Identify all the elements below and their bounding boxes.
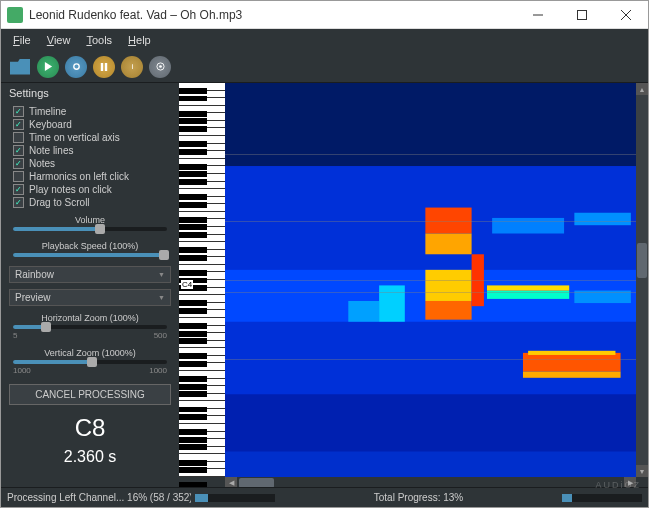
svg-text:i: i xyxy=(131,62,133,71)
black-key[interactable] xyxy=(179,429,207,435)
maximize-button[interactable] xyxy=(560,1,604,29)
scroll-up-button[interactable]: ▲ xyxy=(636,83,648,95)
piano-keyboard[interactable]: C4 xyxy=(179,83,225,477)
svg-point-10 xyxy=(159,65,162,68)
setting-check-notes[interactable]: ✓Notes xyxy=(9,157,171,170)
black-key[interactable] xyxy=(179,96,207,102)
black-key[interactable] xyxy=(179,232,207,238)
black-key[interactable] xyxy=(179,141,207,147)
scroll-left-button[interactable]: ◀ xyxy=(225,477,237,487)
volume-slider[interactable] xyxy=(13,227,167,231)
setting-check-drag-to-scroll[interactable]: ✓Drag to Scroll xyxy=(9,196,171,209)
minimize-button[interactable] xyxy=(516,1,560,29)
vertical-scrollbar[interactable]: ▲ ▼ xyxy=(636,83,648,477)
black-key[interactable] xyxy=(179,111,207,117)
black-key[interactable] xyxy=(179,88,207,94)
pause-button[interactable] xyxy=(93,56,115,78)
spectrogram-view[interactable] xyxy=(225,83,636,477)
black-key[interactable] xyxy=(179,171,207,177)
black-key[interactable] xyxy=(179,482,207,487)
setting-check-keyboard[interactable]: ✓Keyboard xyxy=(9,118,171,131)
horizontal-scrollbar[interactable]: ◀ ▶ xyxy=(225,477,636,487)
left-progress-bar xyxy=(195,494,275,502)
checkbox-icon: ✓ xyxy=(13,145,24,156)
middle-c-label: C4 xyxy=(181,280,193,289)
setting-check-time-on-vertical-axis[interactable]: Time on vertical axis xyxy=(9,131,171,144)
black-key[interactable] xyxy=(179,391,207,397)
black-key[interactable] xyxy=(179,217,207,223)
vzoom-slider[interactable] xyxy=(13,360,167,364)
menu-file[interactable]: File xyxy=(7,32,37,48)
svg-rect-19 xyxy=(425,234,471,255)
current-note-display: C8 xyxy=(9,414,171,442)
black-key[interactable] xyxy=(179,323,207,329)
black-key[interactable] xyxy=(179,361,207,367)
black-key[interactable] xyxy=(179,118,207,124)
black-key[interactable] xyxy=(179,384,207,390)
black-key[interactable] xyxy=(179,224,207,230)
playback-speed-slider[interactable] xyxy=(13,253,167,257)
menu-tools[interactable]: Tools xyxy=(80,32,118,48)
black-key[interactable] xyxy=(179,247,207,253)
cancel-processing-button[interactable]: CANCEL PROCESSING xyxy=(9,384,171,405)
settings-button[interactable] xyxy=(149,56,171,78)
black-key[interactable] xyxy=(179,270,207,276)
tuning-button[interactable]: i xyxy=(121,56,143,78)
black-key[interactable] xyxy=(179,460,207,466)
play-button[interactable] xyxy=(37,56,59,78)
hzoom-slider[interactable] xyxy=(13,325,167,329)
statusbar: Processing Left Channel... 16% (58 / 352… xyxy=(1,487,648,507)
black-key[interactable] xyxy=(179,300,207,306)
preview-dropdown[interactable]: Preview▼ xyxy=(9,289,171,306)
check-label: Timeline xyxy=(29,106,66,117)
black-key[interactable] xyxy=(179,194,207,200)
black-key[interactable] xyxy=(179,308,207,314)
svg-rect-16 xyxy=(348,301,379,322)
open-file-button[interactable] xyxy=(9,56,31,78)
setting-check-note-lines[interactable]: ✓Note lines xyxy=(9,144,171,157)
checkbox-icon: ✓ xyxy=(13,119,24,130)
black-key[interactable] xyxy=(179,437,207,443)
close-button[interactable] xyxy=(604,1,648,29)
settings-panel: Settings ✓Timeline✓KeyboardTime on verti… xyxy=(1,83,179,487)
black-key[interactable] xyxy=(179,353,207,359)
svg-rect-26 xyxy=(523,353,621,372)
black-key[interactable] xyxy=(179,331,207,337)
black-key[interactable] xyxy=(179,444,207,450)
svg-rect-28 xyxy=(523,372,621,378)
black-key[interactable] xyxy=(179,255,207,261)
menu-view[interactable]: View xyxy=(41,32,77,48)
black-key[interactable] xyxy=(179,414,207,420)
black-key[interactable] xyxy=(179,338,207,344)
colormap-dropdown[interactable]: Rainbow▼ xyxy=(9,266,171,283)
black-key[interactable] xyxy=(179,126,207,132)
svg-marker-4 xyxy=(44,62,51,71)
black-key[interactable] xyxy=(179,179,207,185)
scroll-down-button[interactable]: ▼ xyxy=(636,465,648,477)
setting-check-timeline[interactable]: ✓Timeline xyxy=(9,105,171,118)
black-key[interactable] xyxy=(179,467,207,473)
folder-icon xyxy=(10,59,30,75)
check-label: Keyboard xyxy=(29,119,72,130)
black-key[interactable] xyxy=(179,376,207,382)
black-key[interactable] xyxy=(179,407,207,413)
menubar: File View Tools Help xyxy=(1,29,648,51)
svg-point-5 xyxy=(73,64,78,69)
setting-check-play-notes-on-click[interactable]: ✓Play notes on click xyxy=(9,183,171,196)
svg-rect-1 xyxy=(578,10,587,19)
loop-button[interactable] xyxy=(65,56,87,78)
black-key[interactable] xyxy=(179,149,207,155)
svg-rect-7 xyxy=(105,63,107,71)
svg-rect-21 xyxy=(425,301,471,320)
setting-check-harmonics-on-left-click[interactable]: Harmonics on left click xyxy=(9,170,171,183)
black-key[interactable] xyxy=(179,164,207,170)
check-label: Time on vertical axis xyxy=(29,132,120,143)
check-label: Harmonics on left click xyxy=(29,171,129,182)
hzoom-label: Horizontal Zoom (100%) xyxy=(13,313,167,323)
menu-help[interactable]: Help xyxy=(122,32,157,48)
check-label: Play notes on click xyxy=(29,184,112,195)
volume-label: Volume xyxy=(13,215,167,225)
watermark: AUDiOZ xyxy=(596,480,642,490)
black-key[interactable] xyxy=(179,202,207,208)
current-time-display: 2.360 s xyxy=(9,448,171,466)
